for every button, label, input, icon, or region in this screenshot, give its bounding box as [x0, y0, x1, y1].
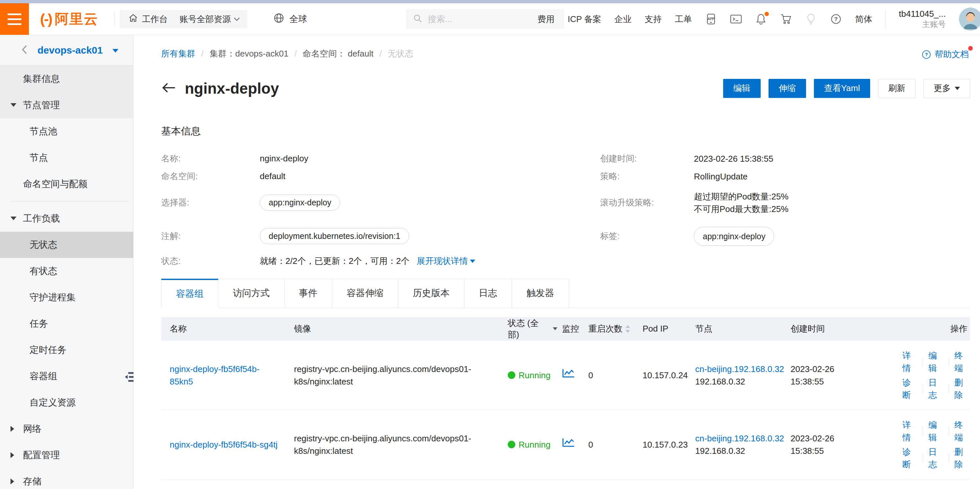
node-link[interactable]: cn-beijing.192.168.0.32: [695, 432, 787, 445]
basic-info-title: 基本信息: [161, 125, 970, 138]
edit-button[interactable]: 编辑: [723, 79, 760, 98]
sidebar-group-node-management[interactable]: 节点管理: [0, 92, 133, 118]
tab-events[interactable]: 事件: [284, 279, 332, 308]
annotation-tag: deployment.kubernetes.io/revision:1: [260, 228, 409, 244]
sidebar-group-config-management[interactable]: 配置管理: [0, 442, 133, 468]
edit-link[interactable]: 编辑: [928, 349, 943, 374]
help-circle-icon[interactable]: ?: [830, 13, 842, 25]
col-status-filter[interactable]: 状态 (全部): [503, 318, 557, 340]
terminal-link[interactable]: 终端: [955, 349, 969, 374]
pod-ip: 10.157.0.23: [643, 438, 689, 451]
expand-status-link[interactable]: 展开现状详情: [417, 256, 475, 267]
sidebar-item-statefulsets[interactable]: 有状态: [0, 258, 133, 284]
edit-link[interactable]: 编辑: [928, 419, 943, 444]
log-link[interactable]: 日志: [928, 446, 943, 471]
name-label: 名称:: [161, 153, 260, 164]
svg-text:?: ?: [834, 16, 838, 22]
detail-tabs: 容器组 访问方式 事件 容器伸缩 历史版本 日志 触发器: [161, 279, 970, 308]
col-created: 创建时间: [786, 323, 898, 335]
col-restarts-label: 重启次数: [588, 323, 622, 335]
nav-tickets[interactable]: 工单: [675, 13, 692, 25]
more-label: 更多: [934, 83, 951, 94]
triangle-right-icon: [11, 452, 14, 458]
workbench-button[interactable]: 工作台: [120, 10, 176, 28]
region-selector[interactable]: 全球: [273, 3, 307, 35]
delete-link[interactable]: 删除: [955, 376, 969, 401]
log-link[interactable]: 日志: [928, 376, 943, 401]
tab-access[interactable]: 访问方式: [218, 279, 285, 308]
sidebar-group-label: 节点管理: [23, 100, 60, 110]
rolling-update-line2: 不可用Pod最大数量:25%: [694, 203, 970, 215]
sidebar-group-workloads[interactable]: 工作负载: [0, 205, 133, 232]
node-link[interactable]: cn-beijing.192.168.0.32: [695, 363, 787, 375]
annotations-label: 注解:: [161, 230, 260, 242]
detail-link[interactable]: 详情: [902, 349, 918, 374]
sidebar-item-daemonsets[interactable]: 守护进程集: [0, 284, 133, 311]
sidebar-item-nodes[interactable]: 节点: [0, 144, 133, 171]
help-doc-link[interactable]: ? 帮助文档: [921, 49, 969, 60]
tab-history[interactable]: 历史版本: [398, 279, 465, 308]
sidebar-item-cronjobs[interactable]: 定时任务: [0, 337, 133, 363]
scale-button[interactable]: 伸缩: [768, 79, 806, 98]
avatar[interactable]: [959, 8, 980, 30]
tab-logs[interactable]: 日志: [464, 279, 512, 308]
more-button[interactable]: 更多: [923, 79, 970, 98]
sidebar-item-custom-resources[interactable]: 自定义资源: [0, 389, 133, 416]
namespace-value: default: [260, 171, 600, 181]
aliyun-logo[interactable]: (-) 阿里云: [40, 3, 98, 35]
cluster-name[interactable]: devops-ack01: [38, 45, 103, 56]
sidebar-item-namespaces-quotas[interactable]: 命名空间与配额: [0, 171, 133, 197]
sidebar-group-storage[interactable]: 存储: [0, 468, 133, 489]
svg-text:APP: APP: [708, 17, 714, 21]
caret-down-icon: [553, 327, 557, 330]
notifications-bell-icon[interactable]: [755, 13, 767, 25]
sidebar-item-pods[interactable]: 容器组: [0, 363, 133, 389]
tab-pods[interactable]: 容器组: [161, 279, 218, 308]
cloudshell-icon[interactable]: [730, 13, 742, 25]
back-chevron-icon[interactable]: [21, 44, 28, 56]
created-value: 2023-02-26 15:38:55: [694, 152, 970, 165]
terminal-link[interactable]: 终端: [955, 419, 969, 444]
tab-scaling[interactable]: 容器伸缩: [332, 279, 398, 308]
col-restarts-sort[interactable]: 重启次数: [584, 323, 638, 335]
cart-icon[interactable]: [780, 13, 792, 25]
refresh-button[interactable]: 刷新: [878, 79, 916, 98]
tab-triggers[interactable]: 触发器: [512, 279, 569, 308]
detail-link[interactable]: 详情: [902, 419, 918, 444]
sidebar-item-deployments[interactable]: 无状态: [0, 232, 133, 258]
breadcrumb-all-clusters[interactable]: 所有集群: [161, 48, 195, 59]
view-yaml-button[interactable]: 查看Yaml: [814, 79, 870, 98]
divider: [11, 201, 129, 202]
sidebar-group-network[interactable]: 网络: [0, 416, 133, 442]
pod-name-link[interactable]: nginx-deploy-fb5f6f54b-85kn5: [170, 363, 278, 388]
delete-link[interactable]: 删除: [955, 446, 969, 471]
language-selector[interactable]: 简体: [855, 13, 872, 25]
nav-enterprise[interactable]: 企业: [614, 13, 632, 25]
hamburger-menu-icon[interactable]: [0, 3, 29, 35]
app-icon[interactable]: APP: [705, 13, 717, 25]
nav-icp[interactable]: ICP 备案: [568, 13, 601, 25]
triangle-down-icon: [11, 103, 16, 107]
diagnose-link[interactable]: 诊断: [902, 376, 918, 401]
col-ops: 操作: [898, 323, 970, 335]
monitor-chart-icon[interactable]: [562, 440, 575, 450]
strategy-label: 策略:: [600, 171, 694, 182]
pod-name-link[interactable]: nginx-deploy-fb5f6f54b-sg4tj: [170, 438, 278, 451]
account-scope-dropdown[interactable]: 账号全部资源: [171, 10, 247, 28]
pod-status: Running: [519, 438, 550, 451]
sidebar-item-cluster-info[interactable]: 集群信息: [0, 66, 133, 92]
nav-support[interactable]: 支持: [644, 13, 662, 25]
cluster-switcher[interactable]: devops-ack01: [0, 35, 133, 66]
account-menu[interactable]: tb411045_... 主账号: [899, 8, 946, 30]
sidebar-group-label: 配置管理: [23, 450, 60, 460]
sidebar-item-node-pools[interactable]: 节点池: [0, 118, 133, 144]
nav-billing[interactable]: 费用: [537, 13, 554, 25]
caret-down-icon: [470, 260, 475, 263]
lightbulb-icon[interactable]: [805, 13, 817, 25]
back-arrow-icon[interactable]: [161, 82, 176, 95]
col-monitor: 监控: [557, 323, 584, 335]
monitor-chart-icon[interactable]: [562, 371, 575, 381]
sidebar-item-jobs[interactable]: 任务: [0, 311, 133, 337]
diagnose-link[interactable]: 诊断: [902, 446, 918, 471]
divider: [949, 357, 949, 366]
